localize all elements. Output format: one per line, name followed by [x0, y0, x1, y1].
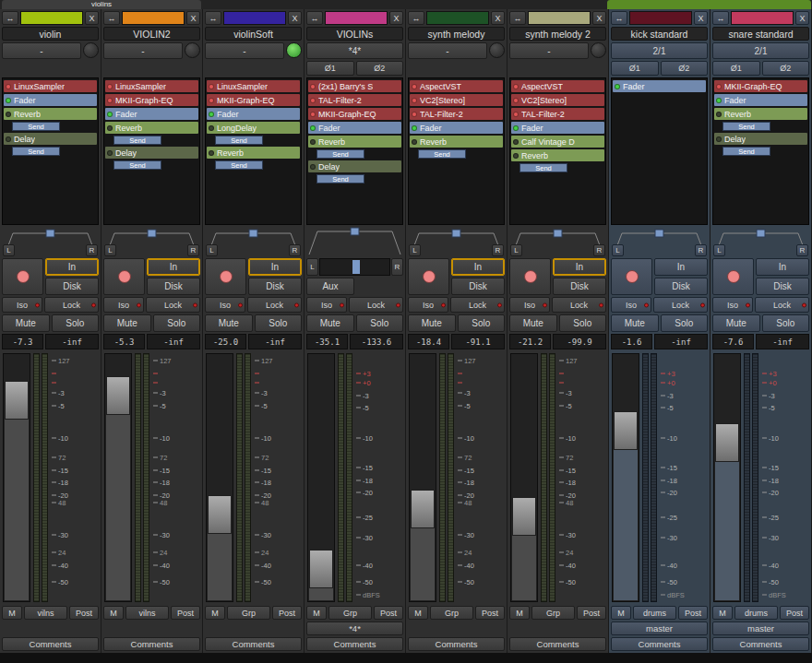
- comments-button[interactable]: Comments: [712, 637, 809, 651]
- disk-monitor-button[interactable]: Disk: [553, 278, 606, 295]
- send-level-bar[interactable]: Send: [113, 160, 161, 170]
- strip-close-button[interactable]: X: [491, 11, 505, 25]
- gain-display[interactable]: -7.3: [2, 334, 43, 349]
- processor-item[interactable]: LinuxSampler: [4, 80, 97, 92]
- disk-monitor-button[interactable]: Disk: [451, 278, 505, 295]
- processor-item[interactable]: Fader: [207, 108, 300, 120]
- processor-item[interactable]: Calf Vintage D: [511, 136, 604, 148]
- metering-point-button[interactable]: Post: [272, 606, 302, 620]
- strip-width-button[interactable]: ↔: [306, 11, 323, 25]
- gain-fader[interactable]: [104, 353, 132, 602]
- metering-button[interactable]: M: [205, 606, 225, 620]
- strip-close-button[interactable]: X: [288, 11, 302, 25]
- solo-lock-button[interactable]: Lock: [653, 297, 708, 313]
- input-monitor-button[interactable]: In: [756, 258, 809, 276]
- record-arm-button[interactable]: [205, 258, 246, 295]
- processor-item[interactable]: Reverb: [714, 108, 807, 120]
- processor-item[interactable]: MKII-Graph-EQ: [207, 94, 300, 106]
- strip-close-button[interactable]: X: [186, 11, 200, 25]
- gain-display[interactable]: -25.0: [205, 334, 246, 349]
- strip-close-button[interactable]: X: [795, 11, 809, 25]
- bus-assign-button[interactable]: -: [2, 42, 81, 59]
- processor-item[interactable]: TAL-Filter-2: [410, 108, 503, 120]
- strip-color-bar[interactable]: [426, 11, 489, 25]
- strip-name-button[interactable]: VIOLINs: [306, 27, 403, 41]
- gain-fader[interactable]: [510, 353, 538, 602]
- processor-box[interactable]: LinuxSamplerMKII-Graph-EQFaderReverbSend…: [103, 77, 200, 225]
- panner[interactable]: LR: [712, 227, 809, 256]
- processor-box[interactable]: Fader: [611, 77, 708, 225]
- bus-assign-button[interactable]: -: [103, 42, 183, 59]
- processor-item[interactable]: Fader: [511, 122, 604, 134]
- pan-left-button[interactable]: L: [206, 244, 218, 256]
- phase-invert-2-button[interactable]: Ø2: [356, 61, 404, 76]
- group-button[interactable]: Grp: [227, 606, 270, 620]
- strip-name-button[interactable]: VIOLIN2: [103, 27, 200, 41]
- strip-color-bar[interactable]: [122, 11, 185, 25]
- panner[interactable]: [306, 227, 403, 256]
- strip-width-button[interactable]: ↔: [205, 11, 221, 25]
- processor-box[interactable]: (2x1) Barry's STAL-Filter-2MKII-Graph-EQ…: [306, 77, 403, 225]
- processor-item[interactable]: Delay: [105, 147, 198, 159]
- processor-item[interactable]: TAL-Filter-2: [511, 108, 604, 120]
- comments-button[interactable]: Comments: [408, 637, 505, 651]
- disk-monitor-button[interactable]: Disk: [654, 278, 708, 295]
- strip-width-button[interactable]: ↔: [611, 11, 627, 25]
- fader-thumb[interactable]: [208, 495, 232, 534]
- strip-width-button[interactable]: ↔: [712, 11, 729, 25]
- metering-button[interactable]: M: [306, 606, 327, 620]
- send-level-bar[interactable]: Send: [12, 147, 60, 156]
- bus-assign-button[interactable]: -: [408, 42, 487, 59]
- processor-item[interactable]: LongDelay: [207, 122, 300, 134]
- strip-name-button[interactable]: violin: [2, 27, 99, 41]
- strip-name-button[interactable]: synth melody: [408, 27, 505, 41]
- solo-button[interactable]: Solo: [458, 314, 506, 332]
- gain-display[interactable]: -5.3: [103, 334, 145, 349]
- metering-button[interactable]: M: [103, 606, 124, 620]
- fader-thumb[interactable]: [5, 381, 29, 420]
- solo-lock-button[interactable]: Lock: [450, 297, 505, 313]
- solo-isolate-button[interactable]: Iso: [712, 297, 753, 313]
- mute-button[interactable]: Mute: [2, 314, 50, 332]
- processor-item[interactable]: Fader: [410, 122, 503, 134]
- input-monitor-button[interactable]: In: [451, 258, 505, 276]
- pan-right-button[interactable]: R: [391, 258, 403, 276]
- group-button[interactable]: drums: [633, 606, 676, 620]
- solo-lock-button[interactable]: Lock: [755, 297, 809, 313]
- solo-button[interactable]: Solo: [255, 314, 303, 332]
- send-level-bar[interactable]: Send: [519, 163, 567, 172]
- gain-display[interactable]: -7.6: [712, 334, 754, 349]
- processor-item[interactable]: VC2[Stereo]: [511, 94, 604, 106]
- pan-right-button[interactable]: R: [695, 244, 707, 256]
- panner[interactable]: LR: [2, 227, 99, 256]
- pan-right-button[interactable]: R: [492, 244, 504, 256]
- processor-item[interactable]: AspectVST: [410, 80, 503, 92]
- pan-position-slider[interactable]: [319, 258, 390, 276]
- comments-button[interactable]: Comments: [306, 637, 403, 651]
- solo-isolate-button[interactable]: Iso: [509, 297, 550, 313]
- gain-display[interactable]: -18.4: [408, 334, 449, 349]
- bus-assign-button[interactable]: -: [205, 42, 284, 59]
- trim-knob[interactable]: [83, 42, 99, 58]
- metering-button[interactable]: M: [712, 606, 733, 620]
- peak-display[interactable]: -133.6: [350, 334, 403, 349]
- peak-display[interactable]: -91.1: [451, 334, 505, 349]
- processor-item[interactable]: Delay: [714, 133, 807, 145]
- pan-right-button[interactable]: R: [86, 244, 98, 256]
- processor-item[interactable]: Fader: [714, 94, 807, 106]
- strip-close-button[interactable]: X: [85, 11, 99, 25]
- gain-fader[interactable]: [3, 353, 30, 602]
- processor-item[interactable]: Reverb: [410, 136, 503, 148]
- strip-close-button[interactable]: X: [694, 11, 708, 25]
- solo-lock-button[interactable]: Lock: [349, 297, 403, 313]
- mute-button[interactable]: Mute: [408, 314, 456, 332]
- mute-button[interactable]: Mute: [306, 314, 354, 332]
- pan-left-button[interactable]: L: [306, 258, 318, 276]
- group-tab[interactable]: violins: [2, 0, 201, 9]
- comments-button[interactable]: Comments: [2, 637, 99, 651]
- metering-point-button[interactable]: Post: [475, 606, 505, 620]
- strip-color-bar[interactable]: [20, 11, 83, 25]
- phase-invert-1-button[interactable]: Ø1: [611, 61, 659, 76]
- solo-button[interactable]: Solo: [153, 314, 201, 332]
- gain-fader[interactable]: [409, 353, 436, 602]
